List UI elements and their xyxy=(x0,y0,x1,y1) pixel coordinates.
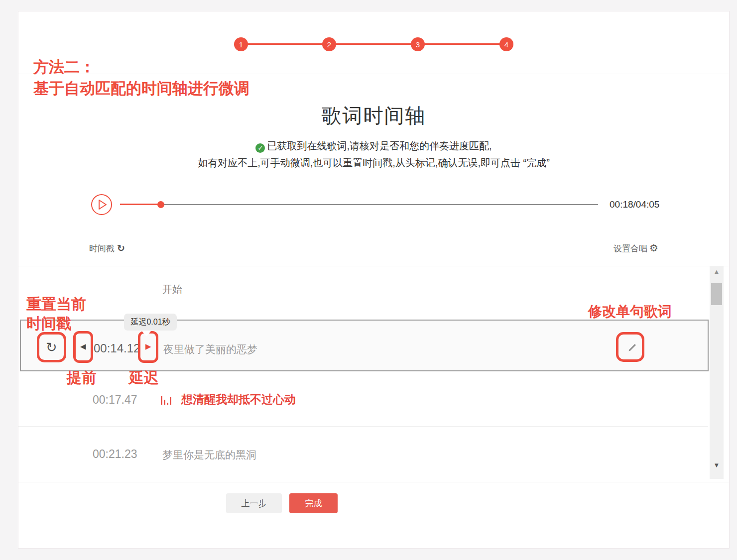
annotation-delay: 延迟 xyxy=(129,368,159,388)
bar xyxy=(161,396,162,405)
row-lyric-text[interactable]: 梦里你是无底的黑洞 xyxy=(162,448,256,462)
progress-handle[interactable] xyxy=(157,201,164,208)
progress-track[interactable] xyxy=(161,204,598,205)
subtitle-line-1: ✓已获取到在线歌词,请核对是否和您的伴奏进度匹配, xyxy=(18,139,729,153)
stepper-step-3: 3 xyxy=(411,37,425,51)
annotation-advance: 提前 xyxy=(67,368,97,388)
annotation-reset-current: 重置当前 时间戳 xyxy=(26,294,86,333)
bar xyxy=(164,400,165,405)
step-number: 1 xyxy=(239,40,243,49)
annotation-reset-line2: 时间戳 xyxy=(26,314,86,333)
row-lyric-text: 夜里做了美丽的恶梦 xyxy=(163,342,257,356)
scrollbar[interactable]: ▲ ▼ xyxy=(710,266,724,479)
progress-played xyxy=(120,204,161,205)
step-number: 3 xyxy=(416,40,420,49)
delay-tooltip: 延迟0.01秒 xyxy=(124,314,177,331)
timestamp-label: 时间戳 xyxy=(89,244,115,253)
tooltip-caret xyxy=(141,331,151,336)
row-timestamp: 00:17.47 xyxy=(93,393,137,407)
time-display: 00:18/04:05 xyxy=(610,199,659,210)
stepper-step-4: 4 xyxy=(499,37,513,51)
main-card: 1 2 3 4 歌词时间轴 ✓已获取到在线歌词,请核对是否和您的伴奏进度匹配, … xyxy=(18,11,730,549)
annotation-box-reset xyxy=(37,332,66,362)
row-timestamp: 00:21.23 xyxy=(93,448,137,461)
stepper-step-1: 1 xyxy=(234,37,248,51)
annotation-method-line2: 基于自动匹配的时间轴进行微调 xyxy=(33,78,249,99)
annotation-edit-lyric: 修改单句歌词 xyxy=(588,302,672,321)
step-number: 4 xyxy=(504,40,508,49)
scroll-down-icon[interactable]: ▼ xyxy=(710,461,724,469)
bar xyxy=(167,403,168,405)
bar xyxy=(170,397,171,405)
scrollbar-thumb[interactable] xyxy=(711,283,722,305)
now-playing-bars-icon xyxy=(161,395,174,405)
subtitle-line-2: 如有对应不上,可手动微调,也可以重置时间戳,从头标记,确认无误,即可点击 “完成… xyxy=(18,156,729,170)
chorus-settings-button[interactable]: 设置合唱⚙ xyxy=(614,242,658,254)
annotation-box-advance xyxy=(73,331,93,363)
step-number: 2 xyxy=(327,40,331,49)
previous-step-button[interactable]: 上一步 xyxy=(226,493,282,513)
row-timestamp: 00:14.12 xyxy=(94,341,140,355)
chorus-label: 设置合唱 xyxy=(614,244,647,253)
timestamp-toolbar: 时间戳↻ xyxy=(89,242,125,254)
annotation-method-line1: 方法二： xyxy=(33,56,249,78)
play-icon xyxy=(91,194,113,216)
list-bottom-divider xyxy=(18,482,729,482)
page-title: 歌词时间轴 xyxy=(18,102,729,129)
annotation-reset-line1: 重置当前 xyxy=(26,294,86,314)
check-icon: ✓ xyxy=(255,143,265,153)
scroll-up-icon[interactable]: ▲ xyxy=(710,268,724,275)
row-lyric-text-playing[interactable]: 想清醒我却抵不过心动 xyxy=(181,392,296,407)
list-top-divider xyxy=(18,266,729,266)
row-separator xyxy=(18,426,708,427)
play-button[interactable] xyxy=(91,194,113,216)
gear-icon: ⚙ xyxy=(649,242,658,253)
reset-all-timestamps-icon[interactable]: ↻ xyxy=(117,243,125,253)
subtitle-text: 已获取到在线歌词,请核对是否和您的伴奏进度匹配, xyxy=(267,140,491,151)
stepper-line xyxy=(241,43,506,45)
done-button[interactable]: 完成 xyxy=(289,493,338,513)
lyric-row-start[interactable]: 开始 xyxy=(162,283,182,296)
annotation-method: 方法二： 基于自动匹配的时间轴进行微调 xyxy=(33,56,249,99)
stepper-step-2: 2 xyxy=(322,37,336,51)
lyric-row-editing[interactable]: ↻ ◀ 00:14.12 ▶ 夜里做了美丽的恶梦 xyxy=(20,320,709,371)
annotation-box-edit xyxy=(616,332,644,362)
